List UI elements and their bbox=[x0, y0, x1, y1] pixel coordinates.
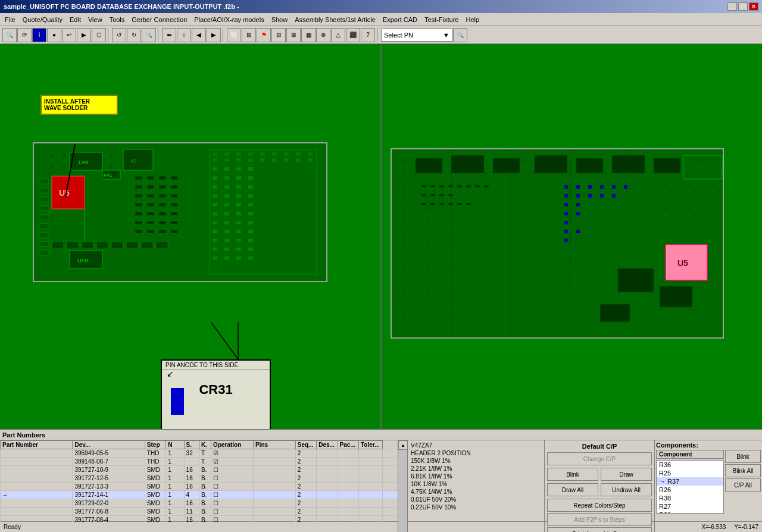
operation-label: 0.22UF 50V 10% bbox=[409, 503, 543, 511]
table-cell: 1 bbox=[166, 458, 184, 466]
tb-btn-21[interactable]: ⬛ bbox=[346, 28, 360, 42]
menu-file[interactable]: File bbox=[1, 15, 19, 24]
menu-view[interactable]: View bbox=[85, 15, 106, 24]
list-item[interactable]: R27 bbox=[657, 502, 723, 511]
menu-export-cad[interactable]: Export CAD bbox=[379, 15, 421, 24]
svg-rect-334 bbox=[564, 212, 568, 215]
list-item[interactable]: R36 bbox=[657, 461, 723, 469]
tb-flag-button[interactable]: ⚑ bbox=[257, 28, 271, 42]
svg-point-190 bbox=[498, 184, 500, 186]
table-cell: 395949-05-5 bbox=[73, 449, 145, 458]
tb-btn-15[interactable]: ⊞ bbox=[242, 28, 256, 42]
tb-btn-8[interactable]: ↻ bbox=[127, 28, 141, 42]
menu-assembly[interactable]: Assembly Sheets/1st Article bbox=[291, 15, 379, 24]
svg-point-218 bbox=[498, 208, 500, 210]
comp-blink-all-button[interactable]: Blink All bbox=[725, 464, 761, 477]
defaultcp-title: Default C/P bbox=[547, 443, 652, 450]
table-row[interactable]: 389148-06-7THD1T.☑2 bbox=[1, 458, 407, 466]
scroll-up-button[interactable]: ▲ bbox=[398, 440, 408, 450]
tb-search-pn-button[interactable]: 🔍 bbox=[453, 28, 467, 42]
svg-rect-353 bbox=[686, 158, 691, 161]
table-cell bbox=[358, 474, 382, 483]
tb-btn-19[interactable]: ⊕ bbox=[316, 28, 330, 42]
table-row[interactable]: 391729-02-0SMD116B.☐2 bbox=[1, 499, 407, 508]
svg-rect-20 bbox=[260, 152, 265, 156]
repeat-colors-button[interactable]: Repeat Colors/Step bbox=[547, 499, 652, 512]
maximize-button[interactable]: □ bbox=[738, 2, 748, 11]
tb-btn-10[interactable]: ⬅ bbox=[162, 28, 176, 42]
list-item[interactable]: R26 bbox=[657, 486, 723, 494]
minimize-button[interactable]: _ bbox=[727, 2, 737, 11]
table-row[interactable]: 391777-06-8SMD111B.☐2 bbox=[1, 508, 407, 516]
menu-edit[interactable]: Edit bbox=[66, 15, 85, 24]
col-n: N bbox=[166, 441, 184, 449]
menu-place-aoi[interactable]: Place/AOI/X-ray models bbox=[190, 15, 267, 24]
blink-button[interactable]: Blink bbox=[547, 468, 598, 481]
table-row[interactable]: 391727-12-5SMD116B.☐2 bbox=[1, 474, 407, 483]
svg-point-200 bbox=[402, 196, 405, 198]
menu-test-fixture[interactable]: Test-Fixture bbox=[421, 15, 462, 24]
search-button[interactable]: 🔍 bbox=[2, 28, 17, 42]
tb-btn-9[interactable]: 🔍 bbox=[142, 28, 156, 42]
undraw-all-button[interactable]: Undraw All bbox=[601, 483, 652, 496]
titlebar-controls[interactable]: _ □ ✕ bbox=[727, 2, 758, 11]
tb-btn-7[interactable]: ↺ bbox=[112, 28, 126, 42]
right-pcb-view[interactable]: U5 bbox=[382, 44, 762, 429]
add-f2ps-button[interactable]: Add F2P's to Steps bbox=[547, 513, 652, 526]
comp-cp-all-button[interactable]: C/P All bbox=[725, 478, 761, 492]
draw-button[interactable]: Draw bbox=[601, 468, 652, 481]
change-cp-button[interactable]: Change C/P bbox=[547, 452, 652, 465]
tb-btn-14[interactable]: ⬜ bbox=[227, 28, 241, 42]
tb-btn-5[interactable]: ▶ bbox=[77, 28, 91, 42]
select-pn-dropdown[interactable]: Select PN ▼ bbox=[381, 29, 452, 42]
svg-point-172 bbox=[486, 172, 488, 174]
tb-btn-6[interactable]: ⬡ bbox=[92, 28, 106, 42]
table-scrollbar[interactable]: ▲ ▼ bbox=[398, 440, 407, 532]
print-assembly-button[interactable]: Print Assembly Docs bbox=[547, 527, 652, 532]
list-item[interactable]: → R37 bbox=[657, 477, 723, 486]
toolbar-sep-1 bbox=[108, 28, 110, 42]
svg-point-2 bbox=[63, 154, 65, 157]
table-row[interactable]: 391727-10-9SMD116B.☐2 bbox=[1, 466, 407, 474]
table-row[interactable]: 391777-08-4SMD116B.☐2 bbox=[1, 516, 407, 522]
tb-btn-12[interactable]: ◀ bbox=[192, 28, 206, 42]
table-cell bbox=[253, 508, 295, 516]
table-row[interactable]: 391727-13-3SMD116B.☐2 bbox=[1, 483, 407, 491]
menu-quote-quality[interactable]: Quote/Quality bbox=[19, 15, 66, 24]
tb-btn-1[interactable]: ⟳ bbox=[17, 28, 32, 42]
table-cell: 11 bbox=[184, 508, 199, 516]
svg-point-209 bbox=[617, 196, 619, 198]
tb-btn-20[interactable]: △ bbox=[331, 28, 345, 42]
comp-blink-button[interactable]: Blink bbox=[725, 450, 761, 463]
table-row[interactable]: 395949-05-5THD132T.☑2 bbox=[1, 449, 407, 458]
menu-show[interactable]: Show bbox=[268, 15, 292, 24]
tb-btn-16[interactable]: ⊟ bbox=[271, 28, 286, 42]
close-button[interactable]: ✕ bbox=[749, 2, 758, 11]
svg-point-217 bbox=[474, 208, 476, 210]
component-callout-box: PIN ANODE TO THIS SIDE. ↙ CR31 bbox=[161, 359, 271, 429]
draw-all-button[interactable]: Draw All bbox=[547, 483, 598, 496]
tb-btn-11[interactable]: ↕ bbox=[177, 28, 191, 42]
tb-btn-3[interactable]: ● bbox=[47, 28, 61, 42]
menu-tools[interactable]: Tools bbox=[106, 15, 129, 24]
left-pcb-view[interactable]: INSTALL AFTERWAVE SOLDER bbox=[0, 44, 382, 429]
menu-gerber[interactable]: Gerber Connection bbox=[128, 15, 190, 24]
svg-rect-364 bbox=[694, 167, 699, 170]
tb-info-button[interactable]: i bbox=[32, 28, 46, 42]
table-row[interactable]: →391727-14-1SMD14B.☐2 bbox=[1, 491, 407, 499]
tb-btn-17[interactable]: ⊠ bbox=[286, 28, 301, 42]
list-item[interactable]: R28 bbox=[657, 511, 723, 514]
tb-btn-22[interactable]: ? bbox=[361, 28, 375, 42]
svg-point-276 bbox=[402, 291, 405, 293]
tb-btn-4[interactable]: ↩ bbox=[62, 28, 76, 42]
tb-btn-18[interactable]: ▦ bbox=[301, 28, 316, 42]
list-item[interactable]: R38 bbox=[657, 494, 723, 502]
svg-rect-350 bbox=[660, 286, 692, 307]
table-cell: 2 bbox=[295, 483, 316, 491]
list-item[interactable]: R25 bbox=[657, 469, 723, 477]
menu-help[interactable]: Help bbox=[462, 15, 483, 24]
part-numbers-tbody[interactable]: 395949-05-5THD132T.☑2389148-06-7THD1T.☑2… bbox=[1, 449, 407, 522]
components-list[interactable]: R36R25→ R37R26R38R27R28R39R29 bbox=[656, 460, 724, 514]
svg-point-262 bbox=[402, 267, 405, 270]
tb-btn-13[interactable]: ▶ bbox=[207, 28, 221, 42]
